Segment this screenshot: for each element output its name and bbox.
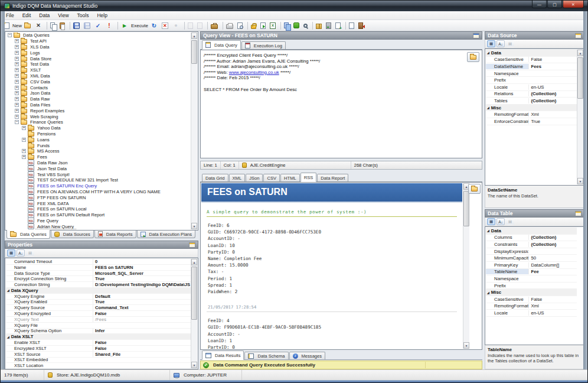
tree-item-data-queries[interactable]: −Data Queries — [6, 33, 190, 38]
scroll-down-button[interactable]: ▼ — [191, 362, 197, 368]
property-row-relations[interactable]: Relations(Collection) — [486, 91, 577, 98]
property-pages-button[interactable]: ▤ — [506, 218, 514, 225]
stop-button[interactable] — [171, 21, 182, 30]
property-row-casesensitive[interactable]: CaseSensitiveFalse — [486, 296, 577, 303]
property-row-constraints[interactable]: Constraints(Collection) — [486, 241, 577, 248]
property-row-tablename[interactable]: TableNameFee — [486, 269, 577, 276]
tree-item-data-files[interactable]: +Data Files — [6, 102, 190, 108]
expand-icon[interactable]: + — [22, 149, 26, 153]
format-tab-xml[interactable]: XML — [229, 174, 246, 181]
results-scrollbar[interactable]: ▲ ▼ — [463, 183, 469, 349]
scroll-down-button[interactable]: ▼ — [191, 223, 197, 229]
property-row-minimumcapacity[interactable]: MinimumCapacity50 — [486, 255, 577, 262]
tree-item-xslt[interactable]: +XSLT — [6, 67, 190, 73]
section-tab-data-schema[interactable]: Data Schema — [244, 352, 288, 359]
property-row-enable-xslt[interactable]: Enable XSLTFalse — [6, 340, 191, 346]
expand-icon[interactable]: + — [15, 103, 19, 107]
tree-item-loans[interactable]: +Loans — [6, 137, 190, 142]
copy-data-button[interactable] — [283, 22, 292, 29]
property-row-xslt-location[interactable]: XSLT Location — [6, 363, 191, 368]
briefcase-button[interactable] — [210, 22, 221, 30]
data-block-button[interactable] — [292, 22, 302, 29]
expand-icon[interactable]: + — [15, 80, 19, 84]
zoom-button[interactable] — [302, 22, 311, 28]
expand-icon[interactable]: + — [15, 74, 19, 78]
scroll-down-button[interactable]: ▼ — [463, 342, 469, 349]
package-button[interactable] — [315, 22, 325, 30]
property-row-casesensitive[interactable]: CaseSensitiveFalse — [486, 57, 577, 64]
tree-item-test-vbs-script[interactable]: Test VBS Script! — [6, 171, 190, 177]
tree-item-json-data[interactable]: +Json Data — [6, 90, 190, 96]
export-html-button[interactable] — [259, 22, 269, 30]
expand-icon[interactable]: + — [22, 155, 26, 159]
property-row-xquery-encrypted[interactable]: XQuery EncryptedFalse — [6, 311, 191, 317]
tree-item-json-test-data[interactable]: Json Test Data — [6, 165, 190, 171]
property-row-displayexpression[interactable]: DisplayExpression — [486, 248, 577, 255]
expand-icon[interactable]: + — [15, 57, 19, 61]
property-row-xquery-schema-option[interactable]: XQuery Schema OptionInfer — [6, 329, 191, 335]
tree-scrollbar[interactable]: ▲ ▼ — [191, 33, 197, 229]
tree-item-ftp-fees-on-saturn[interactable]: FTP FEES ON SATURN — [6, 194, 190, 200]
tree-item-csv-data[interactable]: +CSV Data — [6, 79, 190, 85]
data-source-scrollbar[interactable]: ▲ ▼ — [577, 50, 583, 184]
property-category-data[interactable]: ◢Data — [486, 228, 577, 235]
property-pages-button[interactable]: ▤ — [26, 249, 34, 257]
export-excel-button[interactable] — [269, 22, 279, 30]
property-row-remotingformat[interactable]: RemotingFormatXml — [486, 303, 577, 310]
tree-item-data-store[interactable]: +Data Store — [6, 56, 190, 61]
tree-item-fees-on-ajevans-com-http-with-a-very-long-name[interactable]: FEES ON AJEVANS.COM HTTP WITH A VERY LON… — [6, 189, 190, 195]
expand-icon[interactable]: + — [15, 109, 19, 113]
tree-item-pensions[interactable]: Pensions — [6, 131, 190, 137]
property-row-xquery-enabled[interactable]: XQuery EnabledTrue — [6, 300, 191, 306]
property-category-data-xquery[interactable]: ◢Data XQuery — [6, 288, 191, 294]
explorer-tab-data-sources[interactable]: Data Sources — [51, 231, 94, 238]
categorized-button[interactable]: ▦ — [487, 40, 495, 47]
property-row-encrypted-xslt[interactable]: Encrypted XSLTFalse — [6, 346, 191, 352]
property-category-misc[interactable]: ◢Misc — [486, 105, 577, 112]
menu-data[interactable]: Data — [35, 12, 54, 19]
property-row-primarykey[interactable]: PrimaryKeyDataColumn[] — [486, 262, 577, 269]
print-button[interactable] — [225, 22, 236, 30]
section-tab-data-results[interactable]: Data Results — [202, 350, 244, 360]
format-tab-html[interactable]: HTML — [280, 174, 300, 181]
query-tab-data-query[interactable]: Data Query — [202, 40, 241, 50]
save-button[interactable] — [72, 22, 83, 30]
tree-item-report-examples[interactable]: +Report Examples — [6, 108, 190, 113]
expand-icon[interactable]: + — [15, 62, 19, 66]
tree-item-test-api[interactable]: +Test API — [6, 38, 190, 44]
explorer-tab-data-execution-plans[interactable]: Data Execution Plans — [137, 231, 196, 238]
expand-icon[interactable]: + — [22, 138, 26, 142]
expand-icon[interactable]: + — [15, 115, 19, 119]
print-preview-button[interactable] — [236, 22, 246, 30]
explorer-tab-data-reports[interactable]: Data Reports — [94, 231, 136, 238]
property-row-xquery-text[interactable]: XQuery Text/Fees — [6, 317, 191, 323]
categorized-button[interactable]: ▦ — [7, 249, 15, 257]
property-row-remotingformat[interactable]: RemotingFormatXml — [486, 111, 577, 118]
menu-view[interactable]: View — [54, 12, 73, 19]
tree-item-fees-on-saturn-local[interactable]: FEES on SATURN Local — [6, 206, 190, 212]
tree-item-fee-query[interactable]: Fee Query — [6, 218, 190, 224]
property-pages-button[interactable]: ▤ — [506, 40, 514, 47]
scroll-thumb[interactable] — [191, 267, 197, 320]
maximize-button[interactable]: ▢ — [547, 1, 562, 8]
property-row-locale[interactable]: Localeen-US — [486, 310, 577, 317]
pin-window-icon[interactable] — [575, 211, 582, 216]
new-button[interactable]: New — [3, 22, 23, 30]
expand-icon[interactable]: + — [22, 126, 26, 130]
document-button[interactable] — [348, 22, 357, 30]
tree-item-ms-access[interactable]: +MS Access — [6, 148, 190, 154]
pin-window-icon[interactable] — [189, 242, 195, 248]
encrypt-button[interactable] — [250, 22, 259, 30]
pin-window-icon[interactable] — [575, 33, 582, 38]
tree-item-test-data[interactable]: +Test Data — [6, 61, 190, 67]
collapse-icon[interactable]: − — [8, 33, 12, 37]
property-row-encrypt-connection-string[interactable]: Encrypt Connection StringTrue — [6, 276, 191, 282]
menu-tools[interactable]: Tools — [73, 12, 93, 19]
chart-window-icon[interactable] — [473, 33, 479, 38]
tree-item-xml-data[interactable]: +XML Data — [6, 73, 190, 79]
new-document-button[interactable] — [334, 22, 344, 30]
format-tab-csv[interactable]: CSV — [263, 174, 280, 181]
tree-item-fee-xml-data[interactable]: FEE XML DATA — [6, 200, 190, 206]
property-category-data[interactable]: ◢Data — [486, 50, 577, 57]
tree-item-data-raw[interactable]: +Data Raw — [6, 96, 190, 102]
